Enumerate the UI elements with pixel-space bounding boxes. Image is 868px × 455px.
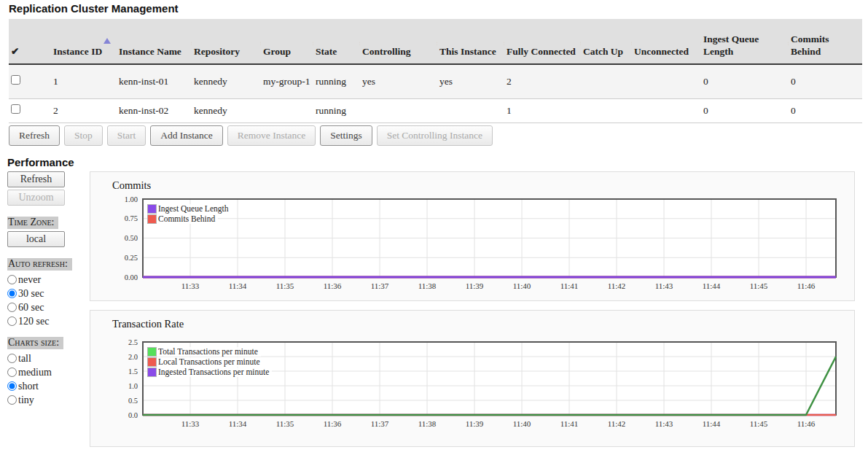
- table-row[interactable]: 1 kenn-inst-01 kennedy my-group-1 runnin…: [9, 64, 862, 98]
- col-label: Group: [263, 46, 291, 57]
- svg-text:11:46: 11:46: [797, 281, 816, 290]
- auto-refresh-option-120sec[interactable]: 120 sec: [7, 314, 90, 328]
- radio-button[interactable]: [7, 303, 17, 312]
- settings-button[interactable]: Settings: [320, 125, 372, 146]
- performance-heading: Performance: [0, 152, 868, 171]
- radio-label: tiny: [18, 393, 34, 407]
- legend-item: Commits Behind: [147, 214, 218, 224]
- col-label: Instance Name: [119, 46, 181, 57]
- col-header-catch-up[interactable]: Catch Up▲▼: [581, 19, 632, 64]
- col-label: This Instance: [439, 46, 496, 57]
- legend-label: Total Transactions per minute: [158, 347, 258, 356]
- col-header-ingest-queue-length[interactable]: Ingest Queue Length▲▼: [701, 19, 789, 64]
- svg-text:11:33: 11:33: [181, 281, 200, 290]
- cell-this-instance: [437, 98, 504, 122]
- svg-text:11:46: 11:46: [797, 419, 816, 428]
- chart-canvas[interactable]: 0.00.51.01.52.02.511:3311:3411:3511:3611…: [90, 330, 854, 432]
- row-checkbox[interactable]: [11, 104, 20, 114]
- charts-size-option-medium[interactable]: medium: [7, 365, 90, 379]
- charts-size-option-tall[interactable]: tall: [7, 351, 90, 365]
- sort-asc-icon[interactable]: [103, 38, 111, 44]
- cell-catch-up: [581, 64, 632, 98]
- performance-section: Refresh Unzoom Time Zone: local Auto ref…: [0, 171, 868, 455]
- cell-commits-behind: 0: [789, 98, 862, 122]
- radio-label: short: [18, 379, 39, 393]
- col-label: Unconnected: [634, 46, 689, 57]
- chart-legend: Total Transactions per minuteLocal Trans…: [147, 347, 272, 378]
- col-header-select[interactable]: ✔: [9, 19, 51, 64]
- svg-text:11:41: 11:41: [560, 419, 579, 428]
- legend-label: Commits Behind: [158, 214, 215, 223]
- charts-size-option-tiny[interactable]: tiny: [7, 393, 90, 407]
- col-header-state[interactable]: State▲▼: [313, 19, 360, 64]
- auto-refresh-option-60sec[interactable]: 60 sec: [7, 300, 90, 314]
- col-label: Repository: [194, 46, 240, 57]
- set-controlling-instance-button[interactable]: Set Controlling Instance: [377, 125, 493, 146]
- radio-button[interactable]: [7, 395, 17, 405]
- cell-fully-connected: 2: [504, 64, 581, 98]
- svg-text:0.0: 0.0: [128, 411, 138, 419]
- svg-text:1.5: 1.5: [128, 367, 138, 375]
- col-header-instance-id[interactable]: Instance ID: [51, 19, 117, 64]
- col-label: Ingest Queue Length: [703, 34, 759, 57]
- cell-this-instance: yes: [437, 64, 504, 98]
- svg-text:11:37: 11:37: [371, 281, 389, 290]
- cell-group: [261, 98, 313, 122]
- col-header-unconnected[interactable]: Unconnected▲▼: [632, 19, 701, 64]
- svg-text:11:34: 11:34: [229, 419, 247, 428]
- legend-label: Ingest Queue Length: [158, 204, 228, 213]
- svg-text:11:42: 11:42: [608, 419, 626, 428]
- col-header-commits-behind[interactable]: Commits Behind: [789, 19, 862, 64]
- chart-title: Commits: [112, 179, 854, 192]
- cell-state: running: [313, 64, 360, 98]
- col-header-group[interactable]: Group▲▼: [261, 19, 313, 64]
- unzoom-button[interactable]: Unzoom: [7, 190, 65, 206]
- col-header-fully-connected[interactable]: Fully Connected▲▼: [504, 19, 581, 64]
- svg-text:11:45: 11:45: [750, 281, 768, 290]
- col-label: Instance ID: [53, 46, 102, 57]
- auto-refresh-option-30sec[interactable]: 30 sec: [7, 287, 90, 300]
- row-checkbox[interactable]: [11, 75, 20, 85]
- radio-button[interactable]: [7, 381, 17, 391]
- svg-text:11:33: 11:33: [181, 419, 200, 428]
- cell-unconnected: [632, 98, 701, 122]
- table-row[interactable]: 2 kenn-inst-02 kennedy running 1 0 0: [9, 98, 862, 122]
- col-label: State: [316, 46, 337, 57]
- cell-repository: kennedy: [192, 64, 261, 98]
- legend-swatch-icon: [147, 347, 157, 357]
- svg-text:11:41: 11:41: [560, 281, 579, 290]
- col-header-instance-name[interactable]: Instance Name▲▼: [117, 19, 192, 64]
- col-header-repository[interactable]: Repository▲▼: [192, 19, 261, 64]
- svg-text:11:35: 11:35: [276, 281, 294, 290]
- legend-label: Local Transactions per minute: [158, 357, 260, 366]
- add-instance-button[interactable]: Add Instance: [150, 125, 223, 146]
- legend-swatch-icon: [147, 357, 157, 367]
- timezone-button[interactable]: local: [7, 231, 65, 247]
- instances-table: ✔ Instance ID Instance Name▲▼ Repository…: [9, 19, 862, 123]
- commits-chart[interactable]: 0.000.250.500.751.0011:3311:3411:3511:36…: [90, 192, 854, 298]
- cell-controlling: [360, 98, 437, 122]
- svg-text:11:43: 11:43: [655, 281, 673, 290]
- legend-item: Local Transactions per minute: [147, 357, 263, 367]
- radio-button[interactable]: [7, 368, 17, 377]
- auto-refresh-option-never[interactable]: never: [7, 273, 90, 287]
- radio-button[interactable]: [7, 289, 17, 298]
- radio-button[interactable]: [7, 316, 17, 326]
- svg-text:11:44: 11:44: [703, 419, 721, 428]
- timezone-label: Time Zone:: [7, 217, 58, 229]
- radio-button[interactable]: [7, 275, 17, 284]
- charts-refresh-button[interactable]: Refresh: [7, 171, 65, 187]
- transaction-rate-chart[interactable]: 0.00.51.01.52.02.511:3311:3411:3511:3611…: [90, 330, 854, 435]
- refresh-button[interactable]: Refresh: [9, 125, 60, 146]
- remove-instance-button[interactable]: Remove Instance: [227, 125, 316, 146]
- col-header-controlling[interactable]: Controlling▲▼: [360, 19, 437, 64]
- col-header-this-instance[interactable]: This Instance▲▼: [437, 19, 504, 64]
- start-button[interactable]: Start: [107, 125, 146, 146]
- cell-group: my-group-1: [261, 64, 313, 98]
- svg-text:2.5: 2.5: [128, 338, 138, 346]
- charts-size-option-short[interactable]: short: [7, 379, 90, 393]
- radio-label: medium: [18, 365, 52, 379]
- radio-button[interactable]: [7, 354, 17, 363]
- stop-button[interactable]: Stop: [64, 125, 103, 146]
- cluster-toolbar: Refresh Stop Start Add Instance Remove I…: [9, 125, 868, 146]
